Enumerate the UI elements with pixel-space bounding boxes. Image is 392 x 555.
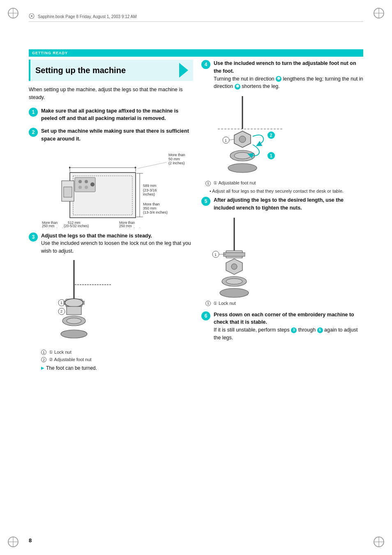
target-icon <box>29 13 35 20</box>
step-3-label2: 2 ② Adjustable foot nut <box>41 356 193 364</box>
svg-text:More than: More than <box>168 153 185 157</box>
step-4-bullet: Adjust all four legs so that they secure… <box>205 188 363 195</box>
svg-text:2: 2 <box>270 133 272 138</box>
step-1-content: Make sure that all packing tape affixed … <box>41 107 193 123</box>
svg-text:1: 1 <box>225 138 227 143</box>
corner-mark-tr <box>373 7 385 19</box>
svg-point-23 <box>90 182 95 187</box>
tighten-diagram-container: 1 <box>205 218 363 298</box>
step-ref-5: 5 <box>317 327 323 333</box>
svg-point-81 <box>226 279 242 284</box>
svg-point-22 <box>85 186 88 189</box>
svg-rect-53 <box>67 306 81 315</box>
svg-text:(23-3/16: (23-3/16 <box>143 188 157 192</box>
svg-text:(2 inches): (2 inches) <box>168 161 185 165</box>
svg-rect-17 <box>64 187 72 197</box>
step-6-content: Press down on each corner of the embroid… <box>214 311 363 342</box>
step-2-num: 2 <box>29 128 38 137</box>
step-2-content: Set up the machine while making sure tha… <box>41 127 193 143</box>
lock-nut-circle: 1 <box>205 301 211 306</box>
svg-point-55 <box>67 318 81 324</box>
svg-point-79 <box>231 264 237 269</box>
section-header-label: GETTING READY <box>32 51 68 55</box>
step-6-title: Press down on each corner of the embroid… <box>214 311 363 327</box>
svg-rect-77 <box>224 253 245 256</box>
intro-text: When setting up the machine, adjust the … <box>29 86 193 101</box>
title-arrow-icon <box>179 63 188 78</box>
step-5-title: After adjusting the legs to the desired … <box>214 196 363 212</box>
svg-text:(9-7/8 inches): (9-7/8 inches) <box>42 227 63 228</box>
direction-2-icon: ❷ <box>235 84 240 90</box>
wrench-diagram-svg: 2 1 1 <box>214 96 292 176</box>
page-number: 8 <box>29 537 32 543</box>
machine-diagram-svg: More than 50 mm (2 inches) 589 mm (23-3/… <box>41 148 185 228</box>
leg-diagram-container: 1 2 <box>41 260 193 346</box>
svg-line-74 <box>229 139 234 140</box>
svg-point-19 <box>78 180 82 183</box>
meta-filename: Sapphire.book Page 8 Friday, August 1, 2… <box>38 14 137 19</box>
step-3: 3 Adjust the legs so that the machine is… <box>29 232 193 255</box>
step-4: 4 Use the included wrench to turn the ad… <box>201 60 363 90</box>
step-1-num: 1 <box>29 108 38 117</box>
step-3-num: 3 <box>29 233 38 242</box>
step-6: 6 Press down on each corner of the embro… <box>201 311 363 342</box>
adj-nut-circle: 1 <box>205 181 211 186</box>
step-5: 5 After adjusting the legs to the desire… <box>201 196 363 212</box>
step-ref-3: 3 <box>291 327 297 333</box>
svg-point-52 <box>65 299 83 307</box>
step-5-labels: 1 ① Lock nut <box>205 300 363 306</box>
svg-point-13 <box>31 15 32 17</box>
label1-circle: 1 <box>41 350 46 355</box>
corner-mark-br <box>373 536 385 548</box>
page-title: Setting up the machine <box>35 66 126 75</box>
wrench-diagram-container: 2 1 1 <box>214 96 363 176</box>
step-2: 2 Set up the machine while making sure t… <box>29 127 193 143</box>
svg-text:50 mm: 50 mm <box>168 157 180 161</box>
svg-text:350 mm: 350 mm <box>143 206 157 210</box>
step-6-num: 6 <box>201 311 210 320</box>
machine-dimension-diagram: More than 50 mm (2 inches) 589 mm (23-3/… <box>41 148 193 228</box>
page: Sapphire.book Page 8 Friday, August 1, 2… <box>0 0 392 555</box>
right-column: 4 Use the included wrench to turn the ad… <box>201 60 363 530</box>
left-column: Setting up the machine When setting up t… <box>29 60 193 530</box>
step-2-title: Set up the machine while making sure tha… <box>41 128 189 142</box>
corner-mark-bl <box>7 536 19 548</box>
direction-1-icon: ❶ <box>276 76 281 82</box>
step-4-num: 4 <box>201 60 210 69</box>
svg-text:1: 1 <box>270 154 272 158</box>
meta-bar: Sapphire.book Page 8 Friday, August 1, 2… <box>29 13 363 22</box>
tighten-diagram-svg: 1 <box>205 218 284 298</box>
leg-diagram-svg: 1 2 <box>41 260 123 346</box>
label2-circle: 2 <box>41 357 46 362</box>
svg-text:1: 1 <box>214 253 217 257</box>
step-4-body: Turning the nut in direction ❶ lengthens… <box>214 75 363 91</box>
svg-text:1: 1 <box>60 301 62 305</box>
step-3-body: Use the included wrench to loosen the lo… <box>41 240 191 254</box>
svg-point-64 <box>239 136 246 143</box>
svg-point-56 <box>61 330 87 338</box>
step-5-content: After adjusting the legs to the desired … <box>214 196 363 212</box>
step-4-content: Use the included wrench to turn the adju… <box>214 60 363 90</box>
svg-text:More than: More than <box>143 202 160 206</box>
svg-point-20 <box>85 180 88 183</box>
svg-text:(9-7/8 inches): (9-7/8 inches) <box>119 227 141 228</box>
svg-point-82 <box>220 288 249 297</box>
svg-point-21 <box>78 186 82 189</box>
step-5-num: 5 <box>201 197 210 206</box>
step-4-title: Use the included wrench to turn the adju… <box>214 60 363 75</box>
svg-text:589 mm: 589 mm <box>143 184 157 188</box>
step-4-label: 1 ① Adjustable foot nut <box>205 180 363 187</box>
svg-text:inches): inches) <box>143 192 155 196</box>
step-1-title: Make sure that all packing tape affixed … <box>41 108 178 122</box>
step-1: 1 Make sure that all packing tape affixe… <box>29 107 193 123</box>
content-area: Setting up the machine When setting up t… <box>29 60 363 530</box>
svg-text:(20-5/32 inches): (20-5/32 inches) <box>64 224 89 228</box>
step-4-labels: 1 ① Adjustable foot nut Adjust all four … <box>205 180 363 195</box>
svg-line-30 <box>138 162 166 168</box>
title-box: Setting up the machine <box>29 60 193 81</box>
section-header: GETTING READY <box>29 49 363 57</box>
foot-turned-note: The foot can be turned. <box>41 365 193 371</box>
step-6-body: If it is still unstable, perform steps 3… <box>214 326 363 342</box>
svg-text:(13-3/4 inches): (13-3/4 inches) <box>143 210 168 214</box>
step-3-labels: 1 ① Lock nut 2 ② Adjustable foot nut <box>41 349 193 364</box>
